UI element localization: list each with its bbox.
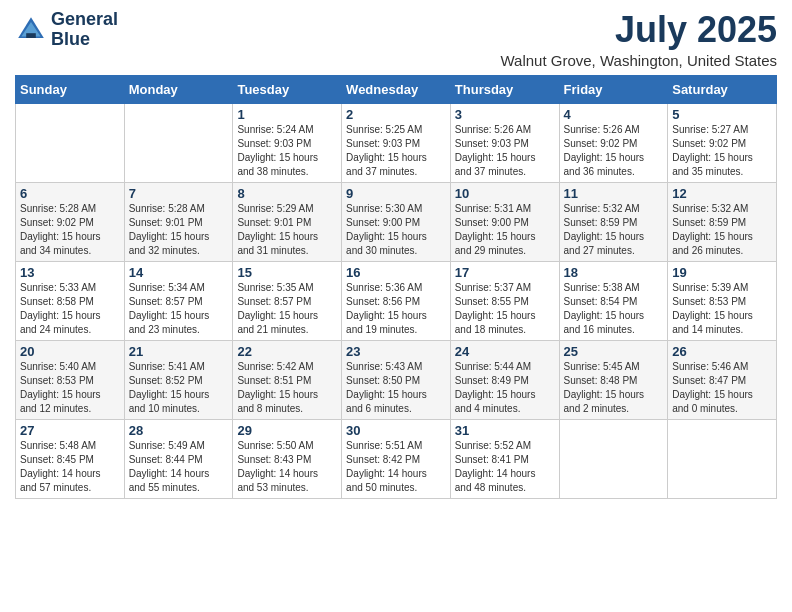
day-number: 14 [129,265,229,280]
day-info: Sunrise: 5:49 AM Sunset: 8:44 PM Dayligh… [129,439,229,495]
page: General Blue July 2025 Walnut Grove, Was… [0,0,792,612]
calendar-cell: 15Sunrise: 5:35 AM Sunset: 8:57 PM Dayli… [233,261,342,340]
calendar-cell: 9Sunrise: 5:30 AM Sunset: 9:00 PM Daylig… [342,182,451,261]
calendar-cell: 18Sunrise: 5:38 AM Sunset: 8:54 PM Dayli… [559,261,668,340]
day-info: Sunrise: 5:51 AM Sunset: 8:42 PM Dayligh… [346,439,446,495]
day-number: 4 [564,107,664,122]
calendar-cell: 11Sunrise: 5:32 AM Sunset: 8:59 PM Dayli… [559,182,668,261]
day-info: Sunrise: 5:37 AM Sunset: 8:55 PM Dayligh… [455,281,555,337]
calendar-week-row: 6Sunrise: 5:28 AM Sunset: 9:02 PM Daylig… [16,182,777,261]
title-block: July 2025 Walnut Grove, Washington, Unit… [500,10,777,69]
calendar-week-row: 13Sunrise: 5:33 AM Sunset: 8:58 PM Dayli… [16,261,777,340]
calendar-header-row: SundayMondayTuesdayWednesdayThursdayFrid… [16,75,777,103]
logo-text: General Blue [51,10,118,50]
day-number: 18 [564,265,664,280]
day-number: 2 [346,107,446,122]
day-info: Sunrise: 5:48 AM Sunset: 8:45 PM Dayligh… [20,439,120,495]
calendar-cell: 14Sunrise: 5:34 AM Sunset: 8:57 PM Dayli… [124,261,233,340]
calendar-cell: 21Sunrise: 5:41 AM Sunset: 8:52 PM Dayli… [124,340,233,419]
calendar-cell: 28Sunrise: 5:49 AM Sunset: 8:44 PM Dayli… [124,419,233,498]
day-number: 29 [237,423,337,438]
day-info: Sunrise: 5:52 AM Sunset: 8:41 PM Dayligh… [455,439,555,495]
calendar-cell: 4Sunrise: 5:26 AM Sunset: 9:02 PM Daylig… [559,103,668,182]
day-number: 24 [455,344,555,359]
calendar-cell: 7Sunrise: 5:28 AM Sunset: 9:01 PM Daylig… [124,182,233,261]
day-number: 22 [237,344,337,359]
calendar-cell: 3Sunrise: 5:26 AM Sunset: 9:03 PM Daylig… [450,103,559,182]
main-title: July 2025 [500,10,777,50]
calendar-week-row: 20Sunrise: 5:40 AM Sunset: 8:53 PM Dayli… [16,340,777,419]
day-number: 28 [129,423,229,438]
calendar-cell: 22Sunrise: 5:42 AM Sunset: 8:51 PM Dayli… [233,340,342,419]
header: General Blue July 2025 Walnut Grove, Was… [15,10,777,69]
day-number: 5 [672,107,772,122]
calendar-cell: 26Sunrise: 5:46 AM Sunset: 8:47 PM Dayli… [668,340,777,419]
day-info: Sunrise: 5:36 AM Sunset: 8:56 PM Dayligh… [346,281,446,337]
calendar-cell: 1Sunrise: 5:24 AM Sunset: 9:03 PM Daylig… [233,103,342,182]
calendar-cell [124,103,233,182]
day-info: Sunrise: 5:26 AM Sunset: 9:02 PM Dayligh… [564,123,664,179]
calendar-week-row: 1Sunrise: 5:24 AM Sunset: 9:03 PM Daylig… [16,103,777,182]
calendar-cell: 29Sunrise: 5:50 AM Sunset: 8:43 PM Dayli… [233,419,342,498]
day-info: Sunrise: 5:43 AM Sunset: 8:50 PM Dayligh… [346,360,446,416]
calendar-cell: 16Sunrise: 5:36 AM Sunset: 8:56 PM Dayli… [342,261,451,340]
calendar-cell: 23Sunrise: 5:43 AM Sunset: 8:50 PM Dayli… [342,340,451,419]
calendar-cell: 12Sunrise: 5:32 AM Sunset: 8:59 PM Dayli… [668,182,777,261]
logo-icon [15,14,47,46]
calendar-cell: 31Sunrise: 5:52 AM Sunset: 8:41 PM Dayli… [450,419,559,498]
day-number: 6 [20,186,120,201]
day-info: Sunrise: 5:41 AM Sunset: 8:52 PM Dayligh… [129,360,229,416]
day-info: Sunrise: 5:24 AM Sunset: 9:03 PM Dayligh… [237,123,337,179]
calendar-cell: 6Sunrise: 5:28 AM Sunset: 9:02 PM Daylig… [16,182,125,261]
calendar-cell: 27Sunrise: 5:48 AM Sunset: 8:45 PM Dayli… [16,419,125,498]
day-number: 16 [346,265,446,280]
day-info: Sunrise: 5:29 AM Sunset: 9:01 PM Dayligh… [237,202,337,258]
calendar-cell [559,419,668,498]
calendar-header-saturday: Saturday [668,75,777,103]
logo-line1: General [51,10,118,30]
calendar-cell: 30Sunrise: 5:51 AM Sunset: 8:42 PM Dayli… [342,419,451,498]
calendar-cell: 20Sunrise: 5:40 AM Sunset: 8:53 PM Dayli… [16,340,125,419]
day-info: Sunrise: 5:33 AM Sunset: 8:58 PM Dayligh… [20,281,120,337]
calendar-week-row: 27Sunrise: 5:48 AM Sunset: 8:45 PM Dayli… [16,419,777,498]
calendar-cell: 24Sunrise: 5:44 AM Sunset: 8:49 PM Dayli… [450,340,559,419]
calendar-cell: 13Sunrise: 5:33 AM Sunset: 8:58 PM Dayli… [16,261,125,340]
calendar-header-friday: Friday [559,75,668,103]
calendar-header-tuesday: Tuesday [233,75,342,103]
day-info: Sunrise: 5:31 AM Sunset: 9:00 PM Dayligh… [455,202,555,258]
day-number: 31 [455,423,555,438]
day-info: Sunrise: 5:50 AM Sunset: 8:43 PM Dayligh… [237,439,337,495]
day-info: Sunrise: 5:25 AM Sunset: 9:03 PM Dayligh… [346,123,446,179]
calendar-header-monday: Monday [124,75,233,103]
day-number: 25 [564,344,664,359]
calendar-header-wednesday: Wednesday [342,75,451,103]
day-number: 3 [455,107,555,122]
day-info: Sunrise: 5:44 AM Sunset: 8:49 PM Dayligh… [455,360,555,416]
day-number: 21 [129,344,229,359]
day-info: Sunrise: 5:30 AM Sunset: 9:00 PM Dayligh… [346,202,446,258]
calendar-cell: 17Sunrise: 5:37 AM Sunset: 8:55 PM Dayli… [450,261,559,340]
calendar-cell: 25Sunrise: 5:45 AM Sunset: 8:48 PM Dayli… [559,340,668,419]
day-number: 15 [237,265,337,280]
day-info: Sunrise: 5:35 AM Sunset: 8:57 PM Dayligh… [237,281,337,337]
day-info: Sunrise: 5:46 AM Sunset: 8:47 PM Dayligh… [672,360,772,416]
calendar-cell: 19Sunrise: 5:39 AM Sunset: 8:53 PM Dayli… [668,261,777,340]
day-info: Sunrise: 5:45 AM Sunset: 8:48 PM Dayligh… [564,360,664,416]
day-number: 19 [672,265,772,280]
svg-rect-2 [26,33,36,38]
logo: General Blue [15,10,118,50]
day-number: 17 [455,265,555,280]
day-info: Sunrise: 5:39 AM Sunset: 8:53 PM Dayligh… [672,281,772,337]
day-number: 27 [20,423,120,438]
day-number: 7 [129,186,229,201]
day-info: Sunrise: 5:27 AM Sunset: 9:02 PM Dayligh… [672,123,772,179]
day-info: Sunrise: 5:32 AM Sunset: 8:59 PM Dayligh… [672,202,772,258]
day-number: 10 [455,186,555,201]
calendar-cell [668,419,777,498]
day-info: Sunrise: 5:32 AM Sunset: 8:59 PM Dayligh… [564,202,664,258]
day-info: Sunrise: 5:26 AM Sunset: 9:03 PM Dayligh… [455,123,555,179]
subtitle: Walnut Grove, Washington, United States [500,52,777,69]
calendar-cell: 2Sunrise: 5:25 AM Sunset: 9:03 PM Daylig… [342,103,451,182]
day-number: 9 [346,186,446,201]
day-info: Sunrise: 5:42 AM Sunset: 8:51 PM Dayligh… [237,360,337,416]
